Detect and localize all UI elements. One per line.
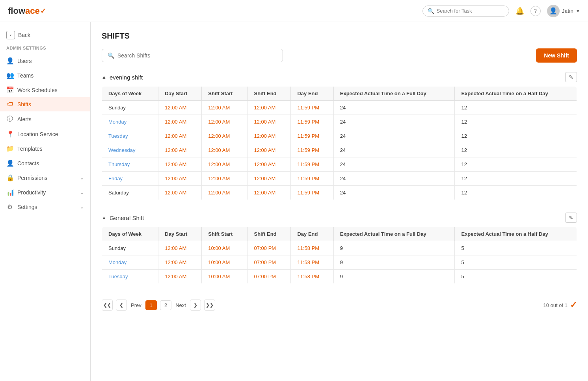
work-schedules-icon: 📅 (6, 86, 13, 94)
col-days-of-week: Days of Week (102, 87, 158, 101)
cell-day-start: 12:00 AM (158, 241, 202, 255)
cell-day-end: 11:59 PM (291, 186, 333, 200)
sidebar-item-alerts[interactable]: ⓘ Alerts (0, 111, 90, 127)
sidebar-item-location-service[interactable]: 📍 Location Service (0, 127, 90, 141)
location-icon: 📍 (6, 130, 13, 138)
cell-day: Sunday (102, 241, 158, 255)
first-page-button[interactable]: ❮❮ (102, 300, 113, 311)
page-1-button[interactable]: 1 (145, 300, 157, 310)
cell-full-day: 24 (333, 101, 455, 115)
cell-day-end: 11:59 PM (291, 129, 333, 143)
users-icon: 👤 (6, 57, 13, 65)
edit-icon-general: ✎ (569, 215, 573, 221)
col-shift-end: Shift End (247, 227, 291, 241)
admin-settings-label: ADMIN SETTINGS (0, 44, 90, 54)
prev-page-button[interactable]: ❮ (116, 300, 127, 311)
shift-title-evening: ▲ evening shift (102, 74, 143, 81)
collapse-icon-general[interactable]: ▲ (102, 215, 106, 220)
cell-shift-end: 12:00 AM (247, 129, 291, 143)
back-arrow-icon: ‹ (6, 31, 15, 39)
sidebar-item-label: Alerts (17, 116, 32, 122)
page-2-button[interactable]: 2 (160, 300, 171, 310)
cell-day: Tuesday (102, 129, 158, 143)
shifts-icon: 🏷 (6, 101, 13, 108)
cell-half-day: 5 (455, 241, 577, 255)
app-body: ‹ Back ADMIN SETTINGS 👤 Users 👥 Teams 📅 … (0, 22, 588, 381)
cell-day-start: 12:00 AM (158, 157, 202, 172)
shift-name-general: General Shift (110, 215, 144, 221)
user-name: Jatin (562, 8, 574, 14)
col-half-day: Expected Actual Time on a Half Day (455, 87, 577, 101)
user-menu[interactable]: 👤 Jatin ▼ (547, 5, 580, 17)
settings-icon: ⚙ (6, 203, 13, 211)
next-label: Next (175, 302, 186, 308)
sidebar-item-label: Work Schedules (17, 87, 58, 93)
avatar: 👤 (547, 5, 560, 17)
search-shifts-input[interactable] (117, 52, 277, 59)
cell-day: Thursday (102, 157, 158, 172)
notification-button[interactable]: 🔔 (515, 7, 524, 15)
productivity-icon: 📊 (6, 189, 13, 196)
cell-day: Wednesday (102, 143, 158, 157)
cell-half-day: 12 (455, 101, 577, 115)
cell-shift-end: 12:00 AM (247, 172, 291, 186)
sidebar-item-label: Permissions (17, 175, 47, 181)
shifts-search-box[interactable]: 🔍 (102, 49, 283, 62)
table-row: Friday 12:00 AM 12:00 AM 12:00 AM 11:59 … (102, 172, 577, 186)
table-row: Tuesday 12:00 AM 10:00 AM 07:00 PM 11:58… (102, 270, 577, 284)
collapse-icon-evening[interactable]: ▲ (102, 74, 106, 80)
cell-full-day: 9 (333, 255, 455, 270)
table-header-row: Days of Week Day Start Shift Start Shift… (102, 227, 577, 241)
cell-full-day: 9 (333, 270, 455, 284)
edit-button-evening[interactable]: ✎ (565, 72, 577, 82)
cell-half-day: 12 (455, 157, 577, 172)
cell-full-day: 24 (333, 115, 455, 129)
logo-tick: ✓ (40, 7, 46, 15)
back-button[interactable]: ‹ Back (0, 28, 90, 44)
col-day-end: Day End (291, 87, 333, 101)
sidebar-item-templates[interactable]: 📁 Templates (0, 141, 90, 156)
cell-shift-start: 10:00 AM (202, 270, 247, 284)
sidebar-item-work-schedules[interactable]: 📅 Work Schedules (0, 83, 90, 97)
search-icon: 🔍 (428, 8, 434, 14)
templates-icon: 📁 (6, 145, 13, 152)
sidebar-item-permissions[interactable]: 🔒 Permissions ⌄ (0, 170, 90, 185)
table-row: Wednesday 12:00 AM 12:00 AM 12:00 AM 11:… (102, 143, 577, 157)
cell-half-day: 12 (455, 115, 577, 129)
toolbar: 🔍 New Shift (102, 48, 577, 63)
col-full-day: Expected Actual Time on a Full Day (333, 87, 455, 101)
edit-button-general[interactable]: ✎ (565, 213, 577, 223)
cell-day-start: 12:00 AM (158, 186, 202, 200)
cell-day-end: 11:59 PM (291, 143, 333, 157)
sidebar-item-shifts[interactable]: 🏷 Shifts (0, 97, 90, 111)
cell-half-day: 12 (455, 143, 577, 157)
sidebar-item-users[interactable]: 👤 Users (0, 54, 90, 68)
cell-day-start: 12:00 AM (158, 129, 202, 143)
table-row: Sunday 12:00 AM 12:00 AM 12:00 AM 11:59 … (102, 101, 577, 115)
permissions-icon: 🔒 (6, 174, 13, 181)
col-day-start: Day Start (158, 87, 202, 101)
col-full-day: Expected Actual Time on a Full Day (333, 227, 455, 241)
col-shift-start: Shift Start (202, 87, 247, 101)
table-row: Sunday 12:00 AM 10:00 AM 07:00 PM 11:58 … (102, 241, 577, 255)
task-search-box[interactable]: 🔍 (422, 6, 509, 17)
cell-day-end: 11:58 PM (291, 270, 333, 284)
cell-half-day: 5 (455, 255, 577, 270)
help-button[interactable]: ? (530, 6, 541, 16)
cell-shift-start: 12:00 AM (202, 101, 247, 115)
cell-shift-end: 12:00 AM (247, 101, 291, 115)
new-shift-button[interactable]: New Shift (536, 48, 577, 63)
sidebar-item-contacts[interactable]: 👤 Contacts (0, 156, 90, 170)
task-search-input[interactable] (437, 8, 504, 14)
sidebar-item-productivity[interactable]: 📊 Productivity ⌄ (0, 185, 90, 200)
table-row: Saturday 12:00 AM 12:00 AM 12:00 AM 11:5… (102, 186, 577, 200)
sidebar-item-label: Teams (17, 72, 33, 79)
next-page-button[interactable]: ❯ (190, 300, 201, 311)
cell-shift-end: 12:00 AM (247, 157, 291, 172)
sidebar-item-label: Shifts (17, 101, 31, 107)
col-shift-start: Shift Start (202, 227, 247, 241)
sidebar-item-teams[interactable]: 👥 Teams (0, 68, 90, 83)
sidebar-item-settings[interactable]: ⚙ Settings ⌄ (0, 200, 90, 214)
last-page-button[interactable]: ❯❯ (204, 300, 215, 311)
shift-name-evening: evening shift (110, 74, 143, 81)
